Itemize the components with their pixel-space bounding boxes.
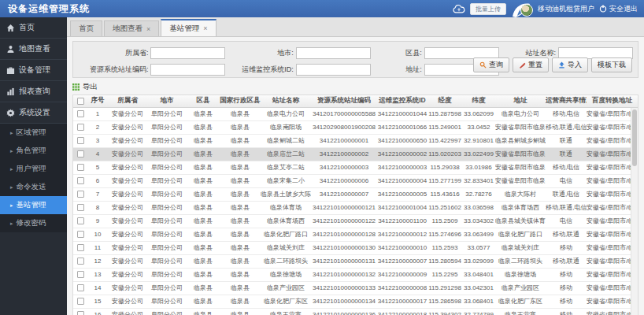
table-cell: 34122100000018 (377, 308, 427, 315)
table-cell: 临泉县 (187, 147, 220, 161)
caret-icon: ▸ (10, 202, 13, 209)
city-label: 地市: (277, 48, 294, 58)
logout-button[interactable]: 安全退出 (599, 4, 638, 14)
caret-icon: ▸ (10, 184, 13, 191)
table-row[interactable]: 9安徽分公司阜阳分公司临泉县临泉县临泉体育场西34122101000000012… (73, 214, 638, 228)
monitor-id-input[interactable] (296, 64, 371, 76)
table-cell: 33.022499 (462, 147, 495, 161)
table-cell: 34122100000008 (377, 281, 427, 295)
table-row[interactable]: 5安徽分公司阜阳分公司临泉县临泉县临泉艾亭二站34122100000003341… (73, 161, 638, 174)
form-buttons: 查询 重置 导入 模板下载 (473, 57, 632, 72)
table-row[interactable]: 4安徽分公司阜阳分公司临泉县临泉县临泉庙岔二站34122100000002341… (73, 147, 638, 161)
table-cell: 移动,联通 (546, 254, 587, 268)
sidebar-item-map-view[interactable]: 地图查看 (0, 39, 67, 60)
submenu-item-role-mgmt[interactable]: ▸ 角色管理 (0, 142, 67, 160)
sidebar-item-system-settings[interactable]: 系统设置 (0, 102, 67, 124)
table-cell: 阜阳分公司 (147, 147, 187, 161)
table-cell: 341221010000000134 (311, 295, 377, 308)
table-cell: 临泉艾亭二站 (261, 161, 311, 174)
submenu-item-command-send[interactable]: ▸ 命令发送 (0, 178, 67, 196)
template-download-button[interactable]: 模板下载 (591, 57, 632, 72)
submenu-item-user-mgmt[interactable]: ▸ 用户管理 (0, 160, 67, 178)
table-row[interactable]: 3安徽分公司阜阳分公司临泉县临泉县临泉鲖城二站34122100000001341… (73, 134, 638, 147)
checkbox-cell (73, 134, 87, 147)
table-row[interactable]: 7安徽分公司阜阳分公司临泉县临泉县临泉县土陂乡大陈村34122100000007… (73, 187, 638, 201)
row-checkbox[interactable] (77, 110, 84, 117)
table-cell: 33.048401 (462, 268, 495, 281)
username-label: 移动油机租赁用户 (538, 4, 594, 14)
table-cell: 临泉电力公司 (495, 107, 546, 120)
close-icon[interactable]: × (203, 24, 207, 32)
tab-map-view[interactable]: 地图查看 × (104, 20, 159, 36)
table-cell: 阜阳分公司 (147, 134, 187, 147)
cloud-upload-icon[interactable] (453, 5, 465, 13)
row-checkbox[interactable] (77, 137, 84, 144)
table-row[interactable]: 1安徽分公司阜阳分公司临泉县临泉县临泉电力公司34120170000000558… (73, 107, 638, 120)
table-cell: 33.068401 (462, 295, 495, 308)
row-checkbox[interactable] (77, 258, 84, 265)
import-button[interactable]: 导入 (552, 57, 588, 72)
submenu-item-change-password[interactable]: ▸ 修改密码 (0, 214, 67, 232)
sidebar-item-home[interactable]: 首页 (0, 17, 67, 39)
row-checkbox[interactable] (77, 164, 84, 171)
reset-button[interactable]: 重置 (513, 57, 549, 72)
table-cell: 115.394302 (427, 308, 462, 315)
table-row[interactable]: 6安徽分公司阜阳分公司临泉县临泉县临泉宋集二小34122100000006341… (73, 174, 638, 187)
submenu-item-basestation-mgmt[interactable]: ▸ 基站管理 (0, 196, 67, 214)
export-button[interactable]: 导出 (83, 82, 98, 92)
city-input[interactable] (296, 47, 371, 59)
row-checkbox[interactable] (77, 150, 84, 158)
row-checkbox[interactable] (77, 298, 84, 305)
tab-home[interactable]: 首页 (70, 20, 102, 36)
sidebar-item-device-mgmt[interactable]: 设备管理 (0, 60, 67, 81)
table-cell: 临泉县 (187, 187, 220, 201)
table-row[interactable]: 8安徽分公司阜阳分公司临泉县临泉县临泉体育场341221010000000121… (73, 201, 638, 214)
row-checkbox[interactable] (77, 191, 84, 198)
row-checkbox[interactable] (77, 311, 84, 315)
table-cell: 移动,联通,电信 (546, 120, 587, 134)
row-checkbox[interactable] (77, 98, 84, 105)
table-row[interactable]: 15安徽分公司阜阳分公司临泉县临泉县临泉化肥厂东区341221010000000… (73, 295, 638, 308)
scrollbar-thumb[interactable] (632, 109, 637, 166)
tab-basestation-mgmt[interactable]: 基站管理 × (161, 19, 216, 36)
tab-label: 首页 (79, 24, 94, 34)
table-cell: 安徽分公司 (108, 147, 147, 161)
column-header: 所属省 (108, 95, 147, 107)
province-input[interactable] (150, 47, 225, 59)
table-row[interactable]: 12安徽分公司阜阳分公司临泉县临泉县临泉二环路坝头341221010000000… (73, 254, 638, 268)
table-cell: 34122100000012 (377, 228, 427, 241)
sidebar-item-report-query[interactable]: 报表查询 (0, 81, 67, 102)
table-cell: 临泉二环路坝头 (495, 254, 546, 268)
table-cell: 移动 (546, 281, 587, 295)
table-cell: 安徽分公司 (108, 107, 147, 120)
sidebar-item-label: 首页 (19, 22, 35, 33)
table-row[interactable]: 10安徽分公司阜阳分公司临泉县临泉县临泉化肥厂路口341221010000000… (73, 228, 638, 241)
table-cell: 安徽分公司 (108, 281, 147, 295)
search-button[interactable]: 查询 (473, 57, 509, 72)
table-scrollbar[interactable]: ▼ (631, 108, 638, 315)
row-checkbox[interactable] (77, 204, 84, 211)
table-cell: 32.78276 (462, 187, 495, 201)
row-checkbox[interactable] (77, 271, 84, 278)
table-row[interactable]: 11安徽分公司阜阳分公司临泉县临泉县临泉城关刘庄3412210100000001… (73, 241, 638, 254)
table-cell: 115.020203 (427, 147, 462, 161)
upload-badge[interactable]: 批量上传 (470, 3, 506, 15)
submenu-item-region-mgmt[interactable]: ▸ 区域管理 (0, 124, 67, 142)
table-row[interactable]: 14安徽分公司阜阳分公司临泉县临泉县临泉产业园区3412210100000001… (73, 281, 638, 295)
table-cell: 341221010000000133 (311, 281, 377, 295)
row-checkbox[interactable] (77, 244, 84, 251)
table-row[interactable]: 13安徽分公司阜阳分公司临泉县临泉县临泉徐塘场34122101000000013… (73, 268, 638, 281)
row-checkbox[interactable] (77, 231, 84, 238)
table-cell: 阜阳分公司 (147, 268, 187, 281)
row-checkbox[interactable] (77, 177, 84, 184)
table-cell: 阜阳分公司 (147, 295, 187, 308)
table-row[interactable]: 2安徽分公司阜阳分公司临泉县临泉县临泉南阳场341202908001900208… (73, 120, 638, 134)
avatar[interactable] (520, 4, 533, 17)
row-checkbox[interactable] (77, 124, 84, 131)
row-checkbox[interactable] (77, 284, 84, 291)
row-checkbox[interactable] (77, 217, 84, 224)
close-icon[interactable]: × (146, 25, 150, 33)
resource-code-input[interactable] (150, 64, 225, 76)
table-cell: 临泉产业园区 (495, 281, 546, 295)
table-row[interactable]: 16安徽分公司阜阳分公司临泉县临泉县临泉王营寨34122101000000013… (73, 308, 638, 315)
